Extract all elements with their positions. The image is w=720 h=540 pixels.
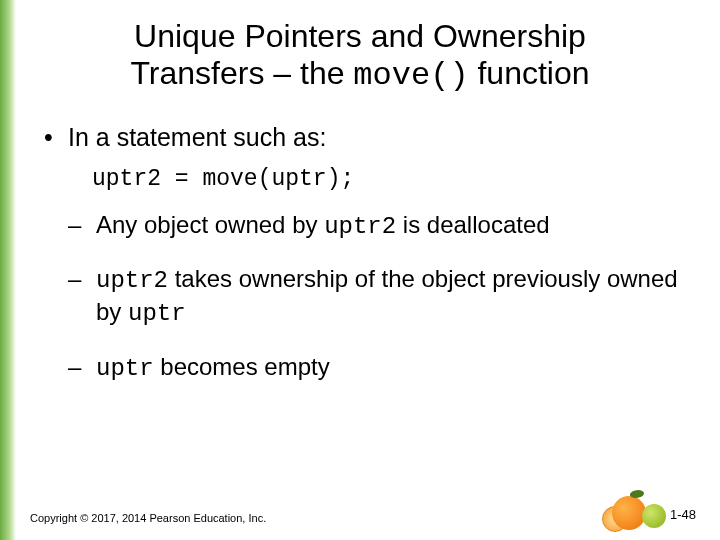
sub-bullet-list: Any object owned by uptr2 is deallocated… (68, 210, 684, 385)
sub3-mono: uptr (96, 355, 154, 382)
sub1-mono: uptr2 (324, 213, 396, 240)
sub2-mono1: uptr2 (96, 267, 168, 294)
title-line1: Unique Pointers and Ownership (134, 18, 586, 54)
sub-bullet-3: uptr becomes empty (68, 352, 684, 385)
sub-bullet-1: Any object owned by uptr2 is deallocated (68, 210, 684, 243)
sub1-pre: Any object owned by (96, 211, 324, 238)
code-example: uptr2 = move(uptr); (92, 166, 684, 192)
lime-icon (642, 504, 666, 528)
title-line2a: Transfers – the (130, 55, 353, 91)
sub1-post: is deallocated (396, 211, 549, 238)
page-number: 1-48 (670, 507, 696, 522)
sub2-mono2: uptr (128, 300, 186, 327)
slide-body: Unique Pointers and Ownership Transfers … (0, 0, 720, 540)
bullet-list: In a statement such as: (36, 123, 684, 152)
orange-icon (612, 496, 646, 530)
sub-bullet-2: uptr2 takes ownership of the object prev… (68, 264, 684, 329)
bullet-1: In a statement such as: (44, 123, 684, 152)
bullet-1-text: In a statement such as: (68, 123, 326, 151)
slide-title: Unique Pointers and Ownership Transfers … (56, 18, 664, 95)
fruit-icon (600, 488, 670, 534)
title-mono: move() (353, 57, 468, 94)
sub3-post: becomes empty (154, 353, 330, 380)
copyright-text: Copyright © 2017, 2014 Pearson Education… (30, 512, 266, 524)
title-line2b: function (469, 55, 590, 91)
